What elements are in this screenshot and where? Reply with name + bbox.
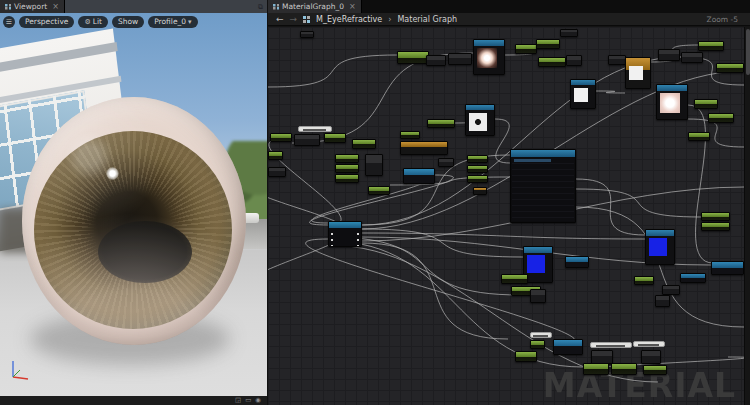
material-node-tex[interactable] bbox=[645, 229, 675, 265]
breadcrumb-separator: › bbox=[388, 15, 391, 24]
forward-arrow-icon[interactable]: → bbox=[290, 14, 298, 24]
material-node-blue[interactable] bbox=[711, 261, 744, 275]
texture-preview-blue bbox=[649, 238, 667, 256]
material-node-plain[interactable] bbox=[365, 154, 383, 176]
material-node-plain[interactable] bbox=[591, 350, 613, 364]
material-node-blue[interactable] bbox=[680, 273, 706, 283]
material-node-param[interactable] bbox=[538, 57, 566, 67]
viewport-control-icon-2[interactable]: ▭ bbox=[245, 397, 251, 404]
material-node-param[interactable] bbox=[324, 133, 346, 143]
material-node-param[interactable] bbox=[335, 164, 359, 173]
material-node-param[interactable] bbox=[698, 41, 724, 51]
material-node-param[interactable] bbox=[467, 175, 488, 183]
material-node-plain[interactable] bbox=[426, 55, 446, 66]
perspective-button[interactable]: Perspective bbox=[19, 16, 74, 28]
material-node-plain[interactable] bbox=[268, 167, 286, 177]
back-arrow-icon[interactable]: ← bbox=[276, 14, 284, 24]
graph-grid-icon bbox=[303, 16, 310, 23]
node-caption-label[interactable] bbox=[590, 342, 632, 348]
material-node-blue[interactable] bbox=[403, 168, 435, 184]
material-node-param[interactable] bbox=[515, 351, 537, 362]
material-node-param[interactable] bbox=[530, 340, 545, 349]
material-node-orange[interactable] bbox=[473, 187, 487, 195]
lit-mode-button[interactable]: ⚙ Lit bbox=[78, 16, 107, 28]
material-node-tex[interactable] bbox=[570, 79, 596, 109]
material-node-param[interactable] bbox=[515, 44, 537, 54]
material-node-param[interactable] bbox=[268, 151, 283, 160]
viewport-control-icon-1[interactable]: ◲ bbox=[235, 397, 241, 404]
material-node-param[interactable] bbox=[694, 99, 718, 109]
material-node-param[interactable] bbox=[467, 155, 488, 163]
material-node-plain[interactable] bbox=[300, 31, 314, 38]
material-node-plain[interactable] bbox=[681, 52, 703, 63]
material-node-param[interactable] bbox=[270, 133, 292, 142]
node-caption-label[interactable] bbox=[530, 332, 552, 338]
material-node-hub[interactable] bbox=[328, 221, 362, 247]
material-node-param[interactable] bbox=[352, 139, 376, 149]
material-node-tex[interactable] bbox=[465, 104, 495, 136]
material-node-plain[interactable] bbox=[448, 53, 472, 65]
material-node-param[interactable] bbox=[643, 365, 667, 375]
viewport-tabbar: Viewport × ⧉ bbox=[0, 0, 267, 13]
material-node-blue[interactable] bbox=[565, 256, 589, 268]
viewport-tab-close-icon[interactable]: × bbox=[52, 2, 59, 11]
breadcrumb-current[interactable]: Material Graph bbox=[397, 15, 457, 24]
material-node-param[interactable] bbox=[701, 212, 730, 221]
viewport-control-icon-3[interactable]: ◉ bbox=[255, 397, 261, 404]
texture-preview-glow bbox=[477, 48, 497, 68]
breadcrumb-root[interactable]: M_EyeRefractive bbox=[316, 15, 382, 24]
tab-viewport[interactable]: Viewport × bbox=[0, 0, 65, 13]
material-node-param[interactable] bbox=[397, 51, 429, 64]
profile-dropdown[interactable]: Profile_0 ▾ bbox=[148, 16, 197, 28]
material-node-plain[interactable] bbox=[438, 158, 454, 167]
material-node-param[interactable] bbox=[501, 274, 528, 284]
chevron-down-icon: ▾ bbox=[188, 19, 192, 26]
material-node-func[interactable] bbox=[510, 149, 576, 223]
node-caption-label[interactable] bbox=[298, 126, 332, 132]
material-node-param[interactable] bbox=[335, 154, 359, 163]
material-node-param[interactable] bbox=[701, 222, 730, 231]
viewport-pane: Viewport × ⧉ bbox=[0, 0, 267, 405]
material-node-plain[interactable] bbox=[641, 350, 661, 364]
material-node-param[interactable] bbox=[368, 186, 390, 195]
material-node-orangeW[interactable] bbox=[400, 141, 448, 155]
material-node-param[interactable] bbox=[708, 113, 734, 123]
viewport-bottom-bar: ◲ ▭ ◉ bbox=[0, 396, 267, 405]
material-node-param[interactable] bbox=[688, 132, 710, 141]
material-node-plain[interactable] bbox=[294, 134, 320, 146]
material-node-param[interactable] bbox=[400, 131, 420, 139]
material-node-tex[interactable] bbox=[656, 84, 688, 120]
material-node-param[interactable] bbox=[583, 363, 609, 375]
material-node-plain[interactable] bbox=[655, 295, 670, 307]
node-caption-label[interactable] bbox=[633, 341, 665, 347]
texture-preview-blue bbox=[527, 255, 545, 273]
material-node-plain[interactable] bbox=[560, 29, 578, 37]
material-node-plain[interactable] bbox=[566, 55, 582, 66]
material-graph-pane: MaterialGraph_0 × ← → M_EyeRefractive › … bbox=[268, 0, 750, 405]
graph-tab-close-icon[interactable]: × bbox=[349, 2, 356, 11]
material-node-plain[interactable] bbox=[658, 49, 680, 61]
cornea-reflection bbox=[22, 97, 246, 345]
maximize-icon[interactable]: ⧉ bbox=[258, 3, 263, 11]
show-button[interactable]: Show bbox=[112, 16, 144, 28]
material-node-orange[interactable] bbox=[625, 57, 651, 89]
material-node-param[interactable] bbox=[467, 165, 488, 173]
material-node-plain[interactable] bbox=[608, 55, 626, 65]
material-node-param[interactable] bbox=[536, 39, 560, 49]
tab-materialgraph[interactable]: MaterialGraph_0 × bbox=[268, 0, 362, 13]
material-node-param[interactable] bbox=[427, 119, 455, 128]
material-node-param[interactable] bbox=[611, 363, 637, 375]
material-node-blue[interactable] bbox=[553, 339, 583, 355]
material-node-param[interactable] bbox=[716, 63, 744, 73]
viewport-3d-scene[interactable]: ☰ Perspective ⚙ Lit Show Profile_0 ▾ bbox=[0, 13, 267, 396]
material-node-plain[interactable] bbox=[662, 285, 680, 295]
viewport-tab-icon bbox=[5, 4, 11, 10]
material-node-param[interactable] bbox=[335, 174, 359, 183]
viewport-menu-button[interactable]: ☰ bbox=[3, 16, 15, 28]
material-node-plain[interactable] bbox=[530, 289, 546, 303]
scrollbar-thumb[interactable] bbox=[746, 29, 750, 75]
material-node-tex[interactable] bbox=[473, 39, 505, 75]
material-node-param[interactable] bbox=[634, 276, 654, 285]
texture-preview-white bbox=[574, 88, 588, 102]
graph-canvas[interactable]: MATERIAL bbox=[268, 27, 744, 405]
